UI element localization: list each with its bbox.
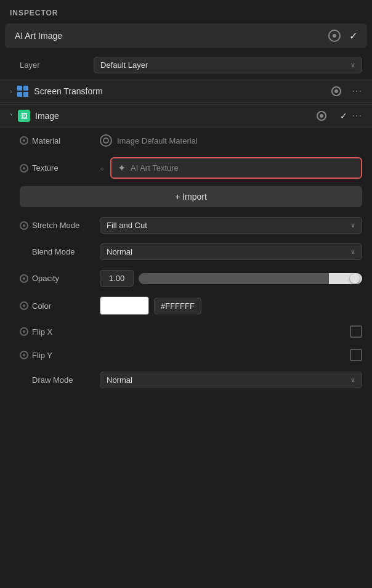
blend-mode-value-text: Normal	[107, 247, 132, 256]
opacity-slider[interactable]	[139, 273, 362, 284]
image-section-actions: ✓ ···	[317, 110, 362, 121]
flip-y-prop-circle[interactable]	[20, 351, 28, 359]
chevron-down-icon: ∨	[350, 61, 355, 69]
ai-art-image-row: AI Art Image ✓	[5, 23, 367, 48]
flip-x-label: Flip X	[32, 327, 52, 337]
opacity-value: 1.00	[100, 270, 362, 287]
draw-mode-row: Draw Mode Normal ∨	[0, 367, 372, 393]
layer-value: Default Layer	[100, 60, 148, 70]
material-value-text: Image Default Material	[117, 136, 198, 145]
opacity-value-box[interactable]: 1.00	[100, 270, 134, 287]
image-section-icon: 🖼	[18, 110, 30, 122]
inspector-header: INSPECTOR	[0, 0, 372, 23]
import-button[interactable]: + Import	[20, 186, 362, 207]
image-visibility[interactable]	[317, 111, 326, 121]
opacity-prop-circle[interactable]	[20, 274, 28, 283]
flip-x-prop-circle[interactable]	[20, 327, 28, 336]
blend-mode-row: Blend Mode Normal ∨	[0, 239, 372, 265]
material-label-container: Material	[20, 136, 100, 145]
blend-mode-chevron-icon: ∨	[350, 248, 355, 256]
texture-value: ⬦ ✦ AI Art Texture	[100, 157, 362, 179]
screen-transform-section: › Screen Transform ···	[0, 80, 372, 103]
texture-value-text: AI Art Texture	[131, 163, 179, 173]
flip-x-checkbox[interactable]	[350, 325, 362, 338]
flip-y-checkbox[interactable]	[350, 349, 362, 361]
flip-x-label-container: Flip X	[20, 327, 100, 337]
layer-dropdown[interactable]: Default Layer ∨	[94, 57, 362, 73]
draw-mode-label-container: Draw Mode	[20, 375, 100, 385]
material-value: Image Default Material	[100, 134, 362, 147]
check-icon[interactable]: ✓	[349, 30, 357, 42]
blend-mode-dropdown[interactable]: Normal ∨	[100, 243, 362, 260]
material-value-display: Image Default Material	[100, 134, 198, 147]
texture-label: Texture	[32, 163, 59, 173]
ai-brush-icon: ✦	[118, 162, 126, 174]
texture-pin-icon: ⬦	[100, 164, 104, 173]
color-value: #FFFFFF	[100, 296, 362, 315]
draw-mode-value: Normal ∨	[100, 372, 362, 388]
screen-transform-visibility[interactable]	[331, 86, 341, 96]
draw-mode-dropdown[interactable]: Normal ∨	[100, 372, 362, 388]
slider-thumb	[350, 274, 360, 284]
texture-prop-circle[interactable]	[20, 164, 28, 173]
material-prop-circle[interactable]	[20, 136, 28, 145]
stretch-mode-prop-circle[interactable]	[20, 221, 28, 230]
stretch-mode-label-container: Stretch Mode	[20, 221, 100, 230]
ai-art-image-label: AI Art Image	[15, 31, 328, 41]
screen-transform-menu-icon[interactable]: ···	[352, 86, 362, 97]
layer-row: Layer Default Layer ∨	[0, 52, 372, 78]
draw-mode-value-text: Normal	[107, 375, 132, 385]
visibility-toggle[interactable]	[328, 30, 341, 42]
image-expand-arrow-icon[interactable]: ˅	[10, 113, 13, 120]
image-icon: 🖼	[18, 110, 30, 122]
flip-y-value	[100, 349, 362, 361]
stretch-mode-label: Stretch Mode	[32, 221, 79, 230]
blend-mode-value: Normal ∨	[100, 243, 362, 260]
flip-x-row: Flip X	[0, 320, 372, 343]
blend-mode-label-container: Blend Mode	[20, 247, 100, 256]
texture-field[interactable]: ✦ AI Art Texture	[110, 157, 362, 179]
color-hex-value[interactable]: #FFFFFF	[154, 298, 201, 314]
flip-y-label-container: Flip Y	[20, 351, 100, 360]
opacity-row: Opacity 1.00	[0, 265, 372, 292]
texture-row: Texture ⬦ ✦ AI Art Texture	[0, 152, 372, 184]
screen-transform-actions: ···	[331, 86, 362, 97]
flip-x-value	[100, 325, 362, 338]
flip-y-label: Flip Y	[32, 351, 52, 360]
image-menu-icon[interactable]: ···	[352, 110, 362, 121]
stretch-mode-dropdown[interactable]: Fill and Cut ∨	[100, 217, 362, 234]
stretch-mode-value-text: Fill and Cut	[107, 221, 147, 230]
color-row: Color #FFFFFF	[0, 292, 372, 320]
screen-transform-label: Screen Transform	[34, 86, 331, 96]
import-btn-container: + Import	[0, 184, 372, 212]
screen-transform-icon	[17, 85, 29, 97]
opacity-label: Opacity	[32, 274, 59, 283]
draw-mode-label: Draw Mode	[20, 375, 73, 385]
expand-arrow-icon[interactable]: ›	[10, 88, 12, 95]
image-section-header: ˅ 🖼 Image ✓ ···	[0, 104, 372, 128]
header-title: INSPECTOR	[10, 9, 58, 17]
color-prop-circle[interactable]	[20, 301, 28, 310]
color-label: Color	[32, 301, 51, 311]
material-label: Material	[32, 136, 60, 145]
blend-mode-label: Blend Mode	[20, 247, 75, 256]
texture-label-container: Texture	[20, 163, 100, 173]
layer-label: Layer	[20, 60, 94, 70]
draw-mode-chevron-icon: ∨	[350, 376, 355, 384]
stretch-mode-value: Fill and Cut ∨	[100, 217, 362, 234]
image-check-icon[interactable]: ✓	[340, 111, 347, 121]
flip-y-row: Flip Y	[0, 343, 372, 367]
material-circle-icon	[100, 134, 112, 147]
image-section-label: Image	[35, 111, 317, 121]
opacity-label-container: Opacity	[20, 274, 100, 283]
color-label-container: Color	[20, 301, 100, 311]
stretch-mode-chevron-icon: ∨	[350, 221, 355, 229]
material-row: Material Image Default Material	[0, 129, 372, 152]
color-swatch[interactable]	[100, 296, 149, 315]
stretch-mode-row: Stretch Mode Fill and Cut ∨	[0, 212, 372, 239]
